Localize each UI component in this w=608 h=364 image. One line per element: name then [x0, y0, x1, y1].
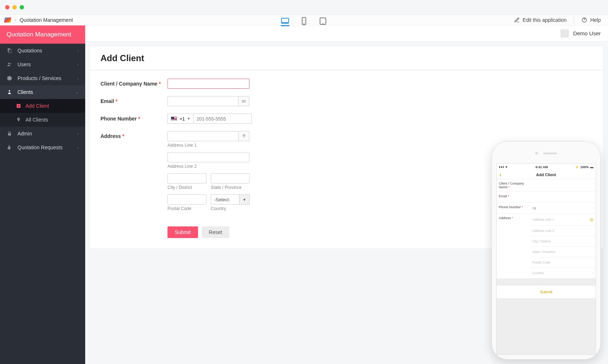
chevron-right-icon: ›: [77, 48, 79, 53]
users-icon: [7, 62, 12, 67]
country-select[interactable]: -Select- ▼: [211, 194, 250, 205]
svg-rect-7: [9, 50, 11, 53]
phone-label: Phone Number *: [100, 114, 167, 122]
app-logo-icon[interactable]: [4, 17, 11, 23]
sidebar-sub-add-client[interactable]: Add Client: [0, 99, 85, 113]
bluetooth-icon: ⚡: [575, 165, 579, 169]
state-input[interactable]: [211, 173, 250, 183]
window-titlebar: [0, 0, 608, 15]
avatar[interactable]: [561, 29, 569, 37]
phone-country-selector[interactable]: +1 ▼: [167, 114, 194, 124]
breadcrumb-app[interactable]: Quotation Management: [20, 17, 73, 23]
mobile-city-input[interactable]: City / District: [530, 236, 596, 247]
address-label: Address *: [100, 131, 167, 139]
phone-camera-icon: [535, 152, 538, 155]
location-pin-icon: ◎: [590, 217, 593, 222]
mobile-email-input[interactable]: [530, 192, 596, 202]
sidebar-item-label: Quotation Requests: [17, 145, 63, 150]
chevron-right-icon: ›: [77, 131, 79, 136]
sidebar-item-products[interactable]: Products / Services ›: [0, 71, 85, 85]
reset-button[interactable]: Reset: [202, 226, 230, 238]
sidebar-item-users[interactable]: Users ›: [0, 58, 85, 71]
sidebar-brand[interactable]: Quotation Management: [0, 25, 85, 44]
sidebar-item-quotation-requests[interactable]: Quotation Requests ›: [0, 141, 85, 154]
mobile-line2-input[interactable]: Address Line 2: [530, 226, 596, 236]
mobile-back-button[interactable]: ‹: [500, 172, 501, 178]
mobile-line1-input[interactable]: Address Line 1◎: [530, 214, 596, 226]
client-name-input[interactable]: [167, 79, 249, 89]
device-phone-icon[interactable]: [300, 17, 308, 23]
pencil-icon: [514, 17, 520, 23]
user-bar: Demo User: [85, 25, 608, 41]
mobile-header: ‹ Add Client: [497, 170, 596, 179]
sidebar-sub-all-clients[interactable]: All Clients: [0, 113, 85, 127]
help-button[interactable]: Help: [581, 17, 601, 23]
mobile-state-input[interactable]: State / Province: [530, 247, 596, 257]
mobile-submit-button[interactable]: Submit: [497, 285, 596, 298]
svg-point-9: [10, 63, 11, 64]
device-tablet-icon[interactable]: [319, 17, 327, 23]
sidebar-item-admin[interactable]: Admin ›: [0, 127, 85, 141]
mobile-clientname-label: Client / Company Name *: [497, 179, 530, 191]
phone-input[interactable]: [194, 114, 252, 124]
country-sublabel: Country: [211, 206, 250, 211]
submit-button[interactable]: Submit: [167, 226, 198, 238]
address-line2-input[interactable]: [167, 152, 249, 162]
state-sublabel: State / Province: [211, 185, 250, 190]
meta-bar: › Quotation Management Edit this applica…: [0, 15, 608, 25]
window-minimize-dot[interactable]: [12, 5, 17, 9]
help-label: Help: [590, 17, 601, 23]
mobile-postal-input[interactable]: Postal Code: [530, 257, 596, 268]
country-select-value: -Select-: [211, 194, 240, 205]
device-desktop-icon[interactable]: [281, 17, 289, 23]
mobile-country-input[interactable]: Country›: [530, 268, 596, 278]
client-name-label: Client / Company Name *: [100, 79, 167, 87]
mobile-title: Add Client: [536, 173, 556, 177]
sidebar: Quotation Management Quotations › Users …: [0, 25, 85, 364]
svg-rect-13: [8, 133, 11, 135]
window-close-dot[interactable]: [5, 5, 9, 9]
address-line1-sublabel: Address Line 1: [167, 143, 249, 148]
battery-icon: ▬: [590, 165, 593, 169]
mobile-clientname-input[interactable]: [530, 179, 596, 191]
help-icon: [581, 17, 587, 23]
mobile-email-label: Email *: [497, 192, 530, 202]
edit-application-button[interactable]: Edit this application: [514, 17, 567, 23]
divider: [574, 16, 574, 24]
us-flag-icon: [171, 116, 177, 121]
chevron-right-icon: ›: [77, 62, 79, 67]
postal-sublabel: Postal Code: [167, 206, 206, 211]
svg-point-4: [323, 24, 323, 24]
hand-icon: [7, 145, 12, 150]
email-input[interactable]: [167, 96, 238, 106]
page-title: Add Client: [90, 47, 603, 71]
chevron-down-icon: ▼: [187, 117, 190, 120]
sidebar-item-label: Clients: [17, 89, 33, 95]
sidebar-item-clients[interactable]: Clients ⌄: [0, 85, 85, 99]
city-input[interactable]: [167, 173, 206, 183]
svg-point-8: [8, 63, 9, 64]
sidebar-item-quotations[interactable]: Quotations ›: [0, 44, 85, 58]
address-line1-input[interactable]: [167, 131, 238, 141]
email-icon: ✉: [238, 96, 249, 106]
address-line2-sublabel: Address Line 2: [167, 164, 249, 169]
chevron-down-icon: ▼: [240, 194, 250, 205]
user-name[interactable]: Demo User: [573, 30, 601, 36]
svg-point-12: [18, 119, 19, 119]
edit-application-label: Edit this application: [523, 17, 567, 23]
mobile-time: 9:41 AM: [536, 165, 548, 169]
copy-icon: [7, 48, 12, 54]
mobile-phone-label: Phone Number *: [497, 203, 530, 213]
mobile-phone-input[interactable]: +1›: [530, 203, 596, 213]
sidebar-item-label: Quotations: [17, 48, 42, 54]
sidebar-item-label: Products / Services: [17, 75, 62, 81]
breadcrumb-chevron-icon: ›: [15, 17, 16, 23]
window-zoom-dot[interactable]: [20, 5, 24, 9]
location-pin-icon[interactable]: [238, 131, 249, 141]
mobile-address-label: Address *: [497, 214, 530, 222]
lock-icon: [7, 131, 12, 136]
phone-speaker-icon: [543, 153, 557, 154]
postal-input[interactable]: [167, 194, 206, 205]
signal-icon: ▮▮▮ ᯤ: [499, 165, 509, 169]
person-icon: [7, 89, 12, 95]
